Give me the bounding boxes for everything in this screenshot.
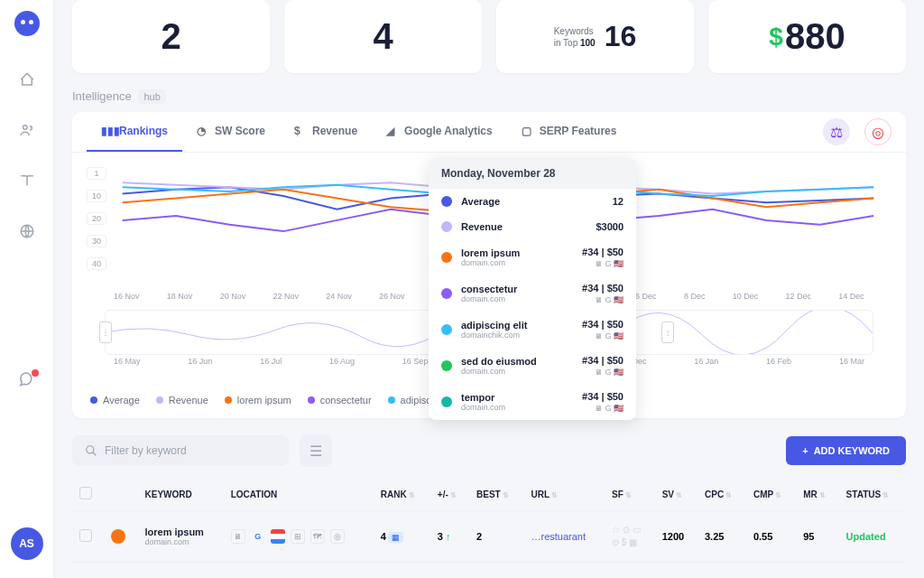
tab-serp-features[interactable]: ▢SERP Features: [507, 112, 632, 152]
stat-card-1: 2: [72, 0, 270, 73]
bars-icon: ▮▮▮: [101, 125, 114, 137]
dollar-icon: $: [769, 23, 783, 51]
range-handle-right[interactable]: ⋮: [661, 322, 674, 343]
book-icon[interactable]: [18, 172, 36, 190]
range-handle-left[interactable]: ⋮: [99, 322, 112, 343]
add-keyword-button[interactable]: +ADD KEYWORD: [786, 436, 906, 465]
stats-row: 2 4 Keywordsin Top 100 16 $880: [72, 0, 906, 73]
sidebar: AS: [0, 0, 54, 578]
tooltip-date: Monday, November 28: [429, 158, 636, 189]
home-icon[interactable]: [18, 70, 36, 89]
tab-revenue[interactable]: $Revenue: [280, 112, 372, 152]
filter-input[interactable]: Filter by keyword: [72, 435, 289, 466]
notification-dot: [32, 369, 39, 377]
tab-sw-score[interactable]: ◔SW Score: [182, 112, 280, 152]
y-axis: 110203040: [87, 167, 106, 270]
gauge-icon: ◔: [197, 125, 209, 137]
stat-card-4: $880: [708, 0, 906, 73]
stat-card-2: 4: [284, 0, 482, 73]
keywords-table: KEYWORDLOCATIONRANK⇅+/-⇅BEST⇅URL⇅SF⇅SV⇅C…: [72, 478, 906, 578]
section-title: Intelligence hub: [72, 89, 906, 103]
dollar-icon: $: [294, 125, 307, 137]
filter-placeholder: Filter by keyword: [105, 444, 187, 457]
bookmark-icon: ▢: [522, 125, 534, 137]
chart-tooltip: Monday, November 28 Average12Revenue$300…: [429, 158, 636, 420]
row-checkbox[interactable]: [79, 529, 92, 542]
stat-value: 880: [785, 16, 845, 57]
search-icon: [85, 444, 97, 457]
globe-icon[interactable]: [18, 222, 36, 240]
stat-label: Keywordsin Top 100: [554, 25, 596, 49]
stat-card-3: Keywordsin Top 100 16: [496, 0, 694, 73]
analytics-icon: ◢: [386, 125, 399, 137]
stat-value: 4: [373, 16, 393, 57]
app-logo: [14, 11, 40, 36]
balance-icon[interactable]: ⚖: [823, 118, 850, 145]
tab-google-analytics[interactable]: ◢Google Analytics: [372, 112, 507, 152]
stat-value: 16: [605, 20, 637, 53]
tabs: ▮▮▮Rankings ◔SW Score $Revenue ◢Google A…: [72, 112, 906, 153]
stat-value: 2: [161, 16, 180, 57]
main-content: 2 4 Keywordsin Top 100 16 $880 Intellige…: [54, 0, 924, 578]
svg-point-0: [23, 126, 27, 130]
location-icon[interactable]: ◎: [864, 118, 892, 145]
table-row[interactable]: lorem ipsumdomain.com🖥G⊞🗺◎4▦3 ↑2…restuar…: [72, 511, 906, 563]
chat-icon[interactable]: [17, 371, 37, 391]
list-view-button[interactable]: ☰: [300, 434, 332, 467]
tab-rankings[interactable]: ▮▮▮Rankings: [87, 112, 182, 152]
plus-icon: +: [802, 445, 808, 456]
svg-point-2: [87, 446, 94, 453]
table-row[interactable]: dolor sitdomainchik.com🖥G⊞🗺◎6-2…restuara…: [72, 563, 906, 579]
users-icon[interactable]: [18, 121, 36, 139]
chart-area: 110203040 16 Nov18 Nov20 Nov22 Nov24 Nov…: [72, 153, 906, 382]
intelligence-panel: ▮▮▮Rankings ◔SW Score $Revenue ◢Google A…: [72, 112, 906, 418]
table-toolbar: Filter by keyword ☰ +ADD KEYWORD: [72, 434, 906, 467]
user-avatar[interactable]: AS: [11, 527, 43, 560]
